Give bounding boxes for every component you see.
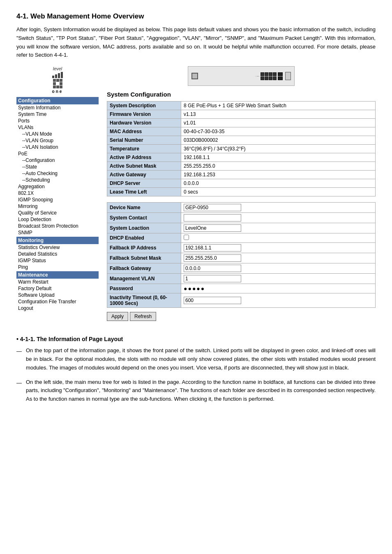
sidebar-item-logout[interactable]: Logout: [16, 305, 99, 312]
edit-value-cell: ●●●●●: [181, 284, 376, 293]
edit-input[interactable]: [184, 204, 241, 211]
readonly-config-table: System Description8 GE PoE-Plus + 1 GE S…: [107, 101, 376, 196]
sidebar-item-broadcast-strom[interactable]: Broadcast Strom Protection: [16, 223, 99, 229]
apply-button[interactable]: Apply: [107, 312, 128, 321]
table-row: Lease Time Left0 secs: [107, 188, 376, 196]
edit-label: Password: [107, 284, 181, 293]
bullet-text-2: On the left side, the main menu tree for…: [26, 378, 376, 404]
edit-label: Fallback Subnet Mask: [107, 253, 181, 263]
table-row: Temperature36°C(96.8°F) / 34°C(93.2°F): [107, 145, 376, 153]
sidebar-item-warm-restart[interactable]: Warm Restart: [16, 279, 99, 285]
sidebar-item-factory-default[interactable]: Factory Default: [16, 285, 99, 292]
sidebar-item-aggregation[interactable]: Aggregation: [16, 183, 99, 190]
sidebar-item-igmp-status[interactable]: IGMP Status: [16, 257, 99, 264]
port-dots: · ·····: [255, 74, 259, 78]
sidebar-item-poe[interactable]: PoE: [16, 150, 99, 157]
sidebar-item-vlan-group[interactable]: --VLAN Group: [16, 137, 99, 144]
sidebar-item-ports[interactable]: Ports: [16, 118, 99, 124]
config-value: 255.255.255.0: [181, 162, 376, 171]
config-label: Active Subnet Mask: [107, 162, 181, 171]
button-row: Apply Refresh: [107, 312, 376, 321]
sidebar-item-system-time[interactable]: System Time: [16, 111, 99, 118]
sfp-port: [285, 72, 291, 80]
sidebar-maintenance-header: Maintenance: [16, 271, 99, 279]
edit-label: Fallback Gateway: [107, 263, 181, 274]
edit-input[interactable]: [184, 214, 241, 222]
port-area: · ·····: [255, 72, 291, 80]
config-label: System Description: [107, 102, 181, 110]
config-value: 192.168.1.253: [181, 171, 376, 179]
section-title: 4-1. Web Management Home Overview: [16, 12, 376, 21]
table-row: Password●●●●●: [107, 284, 376, 293]
table-row: Serial Number033D0B000002: [107, 136, 376, 145]
table-row: Inactivity Timeout (0, 60-10000 Secs): [107, 293, 376, 308]
sidebar-item-statistics-overview[interactable]: Statistics Overview: [16, 244, 99, 251]
sidebar-monitoring-header: Monitoring: [16, 237, 99, 244]
sidebar-item-vlans[interactable]: VLANs: [16, 124, 99, 131]
password-display: ●●●●●: [184, 285, 205, 292]
table-row: System Loaction: [107, 223, 376, 233]
bullet-dash-1: —: [16, 347, 22, 372]
edit-label: DHCP Enabled: [107, 233, 181, 243]
sidebar-item-loop-detection[interactable]: Loop Detection: [16, 216, 99, 223]
sidebar-item-mirroring[interactable]: Mirroring: [16, 203, 99, 210]
edit-input[interactable]: [184, 224, 241, 232]
sidebar-item-ping[interactable]: Ping: [16, 264, 99, 270]
table-row: MAC Address00-40-c7-30-03-35: [107, 127, 376, 136]
config-value: 192.168.1.1: [181, 153, 376, 162]
config-value: 36°C(96.8°F) / 34°C(93.2°F): [181, 145, 376, 153]
table-row: DHCP Server0.0.0.0: [107, 179, 376, 188]
sidebar-item-snmp[interactable]: SNMP: [16, 229, 99, 236]
table-row: Active Gateway192.168.1.253: [107, 171, 376, 179]
dhcp-enabled-checkbox[interactable]: [184, 235, 189, 240]
sidebar-item-poe-auto[interactable]: --Auto Checking: [16, 170, 99, 177]
sidebar-item-software-upload[interactable]: Software Upload: [16, 292, 99, 298]
config-value: 033D0B000002: [181, 136, 376, 145]
table-row: Active IP Address192.168.1.1: [107, 153, 376, 162]
edit-label: System Loaction: [107, 223, 181, 233]
monitor-icon: [191, 73, 198, 79]
sidebar-item-poe-state[interactable]: --State: [16, 164, 99, 170]
config-label: Serial Number: [107, 136, 181, 145]
edit-value-cell: [181, 203, 376, 213]
sidebar-item-config-transfer[interactable]: Configuration File Transfer: [16, 298, 99, 305]
edit-label: Inactivity Timeout (0, 60-10000 Secs): [107, 293, 181, 308]
edit-input[interactable]: [184, 254, 241, 262]
config-value: 0.0.0.0: [181, 179, 376, 188]
table-row: Hardware Versionv1.01: [107, 119, 376, 127]
edit-input[interactable]: [184, 275, 241, 282]
bottom-section: • 4-1-1. The Information of Page Layout …: [16, 336, 376, 404]
sidebar-item-vlan-isolation[interactable]: --VLAN Isolation: [16, 144, 99, 150]
sidebar-item-8021x[interactable]: 802.1X: [16, 190, 99, 196]
edit-value-cell: [181, 293, 376, 308]
config-label: Hardware Version: [107, 119, 181, 127]
config-label: Temperature: [107, 145, 181, 153]
table-row: Active Subnet Mask255.255.255.0: [107, 162, 376, 171]
refresh-button[interactable]: Refresh: [130, 312, 156, 321]
edit-label: Management VLAN: [107, 274, 181, 284]
edit-label: Fallback IP Address: [107, 243, 181, 253]
sidebar-item-poe-scheduling[interactable]: --Scheduling: [16, 177, 99, 183]
bullet-dash-2: —: [16, 379, 22, 404]
table-row: DHCP Enabled: [107, 233, 376, 243]
edit-label: Device Name: [107, 203, 181, 213]
edit-input[interactable]: [184, 265, 241, 272]
sidebar-item-vlan-mode[interactable]: --VLAN Mode: [16, 131, 99, 137]
edit-input[interactable]: [184, 297, 241, 304]
sidebar-item-poe-config[interactable]: --Configuration: [16, 157, 99, 164]
sidebar-item-detailed-statistics[interactable]: Detailed Statistics: [16, 251, 99, 257]
table-row: System Description8 GE PoE-Plus + 1 GE S…: [107, 102, 376, 110]
edit-input[interactable]: [184, 244, 241, 252]
sidebar-item-igmp-snooping[interactable]: IGMP Snooping: [16, 196, 99, 203]
config-label: DHCP Server: [107, 179, 181, 188]
edit-config-table: Device NameSystem ContactSystem Loaction…: [107, 202, 376, 308]
edit-value-cell: [181, 253, 376, 263]
table-row: Firmware Versionv1.13: [107, 110, 376, 119]
sidebar-item-system-information[interactable]: System Information: [16, 104, 99, 111]
logo-level-text: level: [53, 66, 62, 71]
config-label: Firmware Version: [107, 110, 181, 119]
intro-paragraph: After login, System Information would be…: [16, 25, 376, 60]
edit-value-cell: [181, 223, 376, 233]
sidebar-item-qos[interactable]: Quality of Service: [16, 210, 99, 216]
bullet-item-2: — On the left side, the main menu tree f…: [16, 378, 376, 404]
